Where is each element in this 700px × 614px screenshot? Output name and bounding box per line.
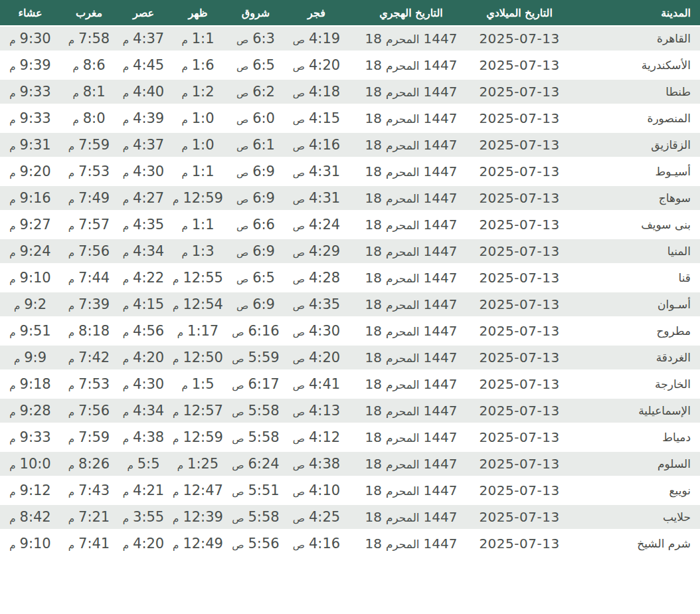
- isha-am-pm-marker: م: [9, 406, 15, 418]
- hijri-day: 18: [365, 296, 382, 312]
- hijri-date-cell: 18المحرم1447: [348, 266, 474, 292]
- sunrise-am-pm-marker: ص: [236, 140, 248, 152]
- gregorian-date-cell: 2025-07-13: [474, 346, 618, 372]
- table-row: نويبع2025-07-1318المحرم14474:10ص5:51ص12:…: [0, 478, 700, 505]
- isha-am-pm-marker: م: [9, 87, 15, 99]
- fajr-am-pm-marker: ص: [293, 193, 305, 205]
- asr-time-cell: 4:20م: [118, 346, 169, 372]
- sunrise-time-cell: 6:9ص: [226, 239, 285, 266]
- dhuhr-time-value: 12:59: [183, 429, 223, 445]
- fajr-am-pm-marker: ص: [293, 247, 305, 258]
- maghrib-time-cell: 7:56م: [60, 399, 118, 425]
- isha-time-cell: 9:27م: [0, 213, 60, 239]
- dhuhr-time-value: 1:5: [192, 376, 215, 392]
- table-row: السلوم2025-07-1318المحرم14474:38ص6:24ص1:…: [0, 452, 700, 478]
- table-row: القاهرة2025-07-1318المحرم14474:19ص6:3ص1:…: [0, 27, 700, 53]
- dhuhr-time-cell: 12:54م: [169, 292, 226, 319]
- isha-am-pm-marker: م: [9, 326, 15, 338]
- dhuhr-am-pm-marker: م: [173, 433, 179, 445]
- hijri-day: 18: [365, 163, 382, 179]
- isha-am-pm-marker: م: [14, 300, 20, 312]
- maghrib-am-pm-marker: م: [68, 140, 74, 152]
- sunrise-time-cell: 6:9ص: [226, 292, 285, 319]
- sunrise-am-pm-marker: ص: [232, 512, 244, 524]
- dhuhr-am-pm-marker: م: [173, 486, 179, 498]
- isha-time-value: 9:30: [20, 31, 51, 47]
- asr-time-value: 4:22: [133, 270, 164, 286]
- hijri-month: المحرم: [386, 378, 420, 391]
- table-row: الغردقة2025-07-1318المحرم14474:20ص5:59ص1…: [0, 346, 700, 372]
- isha-time-value: 9:28: [20, 403, 51, 419]
- asr-am-pm-marker: م: [123, 353, 129, 365]
- maghrib-time-cell: 7:41م: [60, 532, 118, 558]
- table-row: الزقازيق2025-07-1318المحرم14474:16ص6:1ص1…: [0, 133, 700, 159]
- maghrib-time-cell: 7:21م: [60, 505, 118, 532]
- sunrise-time-value: 6:17: [248, 376, 279, 392]
- sunrise-time-cell: 6:3ص: [226, 27, 285, 53]
- sunrise-am-pm-marker: ص: [232, 486, 244, 498]
- maghrib-am-pm-marker: م: [68, 193, 74, 205]
- hijri-day: 18: [365, 350, 382, 365]
- city-cell: حلايب: [618, 505, 700, 532]
- table-row: الأسكندرية2025-07-1318المحرم14474:20ص6:5…: [0, 53, 700, 80]
- maghrib-am-pm-marker: م: [68, 512, 74, 524]
- hijri-year: 1447: [424, 403, 458, 419]
- fajr-time-value: 4:10: [309, 482, 340, 498]
- gregorian-date-cell: 2025-07-13: [474, 239, 618, 266]
- isha-am-pm-marker: م: [9, 486, 15, 498]
- maghrib-time-value: 8:26: [78, 456, 110, 472]
- maghrib-am-pm-marker: م: [68, 247, 74, 258]
- hijri-date-cell: 18المحرم1447: [348, 478, 474, 505]
- sunrise-am-pm-marker: ص: [236, 300, 248, 312]
- hijri-day: 18: [365, 270, 382, 286]
- asr-time-value: 4:45: [133, 57, 164, 73]
- fajr-time-cell: 4:29ص: [285, 239, 348, 266]
- fajr-time-cell: 4:19ص: [285, 27, 348, 53]
- hijri-day: 18: [365, 482, 382, 498]
- isha-time-value: 10:0: [20, 456, 51, 472]
- maghrib-am-pm-marker: م: [68, 273, 74, 285]
- dhuhr-time-value: 1:0: [192, 137, 215, 153]
- maghrib-am-pm-marker: م: [68, 379, 74, 391]
- sunrise-time-cell: 5:51ص: [226, 478, 285, 505]
- asr-am-pm-marker: م: [123, 326, 129, 338]
- hijri-year: 1447: [424, 31, 458, 47]
- maghrib-am-pm-marker: م: [72, 114, 78, 126]
- dhuhr-time-value: 1:1: [192, 31, 215, 47]
- table-row: الخارجة2025-07-1318المحرم14474:41ص6:17ص1…: [0, 372, 700, 399]
- asr-time-cell: 4:38م: [118, 425, 169, 452]
- isha-time-cell: 9:24م: [0, 239, 60, 266]
- sunrise-am-pm-marker: ص: [236, 167, 248, 179]
- isha-time-cell: 9:51م: [0, 319, 60, 346]
- fajr-time-value: 4:16: [309, 536, 340, 552]
- hijri-month: المحرم: [386, 405, 420, 418]
- isha-time-cell: 9:10م: [0, 532, 60, 558]
- asr-time-cell: 5:5م: [118, 452, 169, 478]
- hijri-date-cell: 18المحرم1447: [348, 133, 474, 159]
- prayer-times-table: المدينةالتاريخ الميلاديالتاريخ الهجريفجر…: [0, 0, 700, 558]
- hijri-month: المحرم: [386, 511, 420, 524]
- isha-time-value: 9:20: [20, 163, 51, 179]
- maghrib-time-value: 7:39: [78, 296, 110, 312]
- dhuhr-time-value: 1:2: [192, 84, 215, 100]
- fajr-time-value: 4:30: [309, 323, 340, 339]
- isha-am-pm-marker: م: [9, 512, 15, 524]
- sunrise-time-cell: 6:6ص: [226, 213, 285, 239]
- fajr-am-pm-marker: ص: [293, 140, 305, 152]
- fajr-time-value: 4:20: [309, 350, 340, 365]
- asr-am-pm-marker: م: [123, 220, 129, 232]
- asr-time-value: 4:20: [133, 350, 164, 365]
- dhuhr-time-value: 1:3: [192, 243, 215, 259]
- sunrise-am-pm-marker: ص: [236, 60, 248, 72]
- dhuhr-time-value: 1:6: [192, 57, 215, 73]
- isha-time-cell: 10:0م: [0, 452, 60, 478]
- sunrise-time-value: 5:58: [248, 403, 279, 419]
- asr-time-cell: 4:30م: [118, 372, 169, 399]
- city-cell: السلوم: [618, 452, 700, 478]
- fajr-am-pm-marker: ص: [293, 114, 305, 126]
- isha-am-pm-marker: م: [9, 34, 15, 46]
- dhuhr-time-cell: 1:0م: [169, 106, 226, 133]
- dhuhr-time-cell: 1:3م: [169, 239, 226, 266]
- maghrib-time-value: 8:6: [83, 57, 106, 73]
- fajr-time-cell: 4:16ص: [285, 133, 348, 159]
